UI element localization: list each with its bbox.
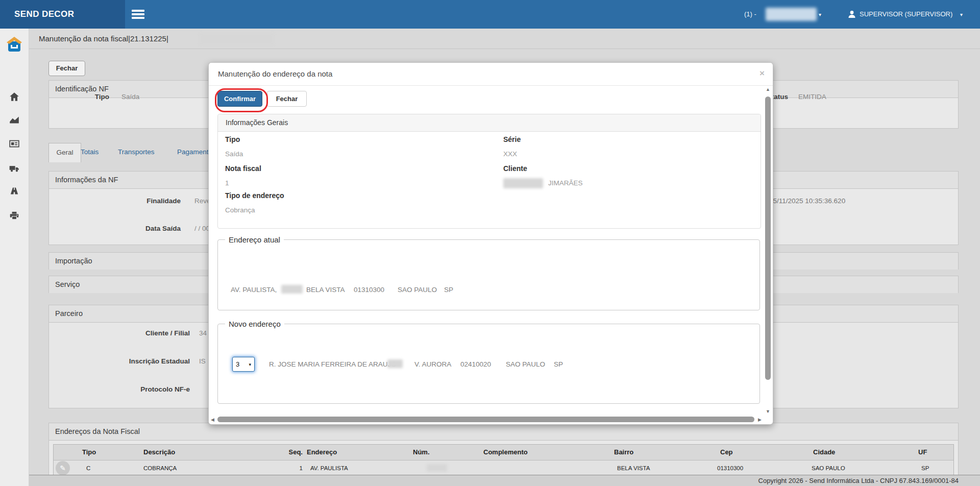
col-cidade: Cidade <box>813 448 835 456</box>
table-row[interactable]: ✎ C COBRANÇA 1 AV. PAULISTA BELA VISTA 0… <box>54 460 953 476</box>
tipo-label: Tipo <box>49 93 109 101</box>
redacted-numero-atual <box>281 285 303 294</box>
modal-horizontal-scrollbar[interactable]: ◀ ▶ <box>211 416 762 423</box>
fieldset-endereco-atual: Endereço atual AV. PAULISTA, BELA VISTA … <box>217 235 760 310</box>
cell-cidade: SAO PAULO <box>812 465 845 471</box>
modal-title: Manutenção do endereço da nota <box>218 69 332 78</box>
atual-cep: 01310300 <box>354 286 384 294</box>
page-titlebar: Manutenção da nota fiscal|21.131225| <box>29 29 980 49</box>
tipo-value: Saída <box>121 93 139 101</box>
redacted-numero <box>427 464 447 472</box>
section-informacoes-title: Informações Gerais <box>218 114 761 132</box>
brand-logo[interactable]: SEND DECOR <box>0 0 125 29</box>
scroll-up-icon[interactable]: ▲ <box>766 87 770 92</box>
col-tipo: Tipo <box>82 448 96 456</box>
modal-serie-label: Série <box>503 135 521 143</box>
cell-bairro: BELA VISTA <box>617 465 650 471</box>
atual-bairro: BELA VISTA <box>306 286 345 294</box>
col-cep: Cep <box>720 448 733 456</box>
chevron-down-icon[interactable]: ▾ <box>960 12 963 17</box>
modal-tipo-endereco-label: Tipo de endereço <box>225 191 284 200</box>
scroll-down-icon[interactable]: ▼ <box>766 409 770 414</box>
col-uf: UF <box>918 448 927 456</box>
cell-endereco: AV. PAULISTA <box>310 465 348 471</box>
cliente-filial-value: 34 <box>199 329 207 337</box>
user-icon <box>847 10 856 19</box>
scroll-left-icon[interactable]: ◀ <box>211 418 214 422</box>
protocolo-nfe-label: Protocolo NF-e <box>49 385 190 393</box>
redacted-title-suffix <box>200 33 274 45</box>
truck-icon[interactable] <box>9 162 20 174</box>
cliente-filial-label: Cliente / Filial <box>49 329 190 337</box>
app-logo-icon[interactable] <box>4 35 24 55</box>
chevron-down-icon[interactable]: ▾ <box>819 12 821 17</box>
tab-totais[interactable]: Totais <box>81 148 99 156</box>
data-saida-label: Data Saída <box>49 225 181 232</box>
copyright-text: Copyright 2026 - Send Informática Ltda -… <box>758 477 959 484</box>
cell-seq: 1 <box>284 465 303 471</box>
endereco-atual-legend: Endereço atual <box>225 235 284 244</box>
edit-row-icon[interactable]: ✎ <box>56 461 70 475</box>
col-bairro: Bairro <box>614 448 633 456</box>
modal-fechar-button[interactable]: Fechar <box>267 91 307 107</box>
redacted-branch-name <box>766 8 817 21</box>
branch-selector[interactable]: (1) - <box>744 0 756 29</box>
status-value: EMITIDA <box>798 93 826 101</box>
fechar-page-button[interactable]: Fechar <box>48 61 85 76</box>
modal-endereco-nota: Manutenção do endereço da nota × Confirm… <box>208 62 773 425</box>
novo-logradouro: R. JOSE MARIA FERREIRA DE ARAUJO <box>269 360 397 368</box>
novo-endereco-legend: Novo endereço <box>225 320 284 328</box>
confirmar-button[interactable]: Confirmar <box>217 91 262 107</box>
col-endereco: Endereço <box>307 448 337 456</box>
scroll-right-icon[interactable]: ▶ <box>758 418 762 422</box>
inscricao-estadual-label: Inscrição Estadual <box>49 357 190 365</box>
chevron-down-icon: ▾ <box>249 362 251 367</box>
col-complemento: Complemento <box>483 448 528 456</box>
top-navbar: SEND DECOR (1) - ▾ SUPERVISOR (SUPERVISO… <box>0 0 980 29</box>
modal-header: Manutenção do endereço da nota × <box>209 63 773 86</box>
novo-cidade: SAO PAULO <box>506 360 545 368</box>
user-menu[interactable]: SUPERVISOR (SUPERVISOR) <box>860 0 952 29</box>
col-num: Núm. <box>413 448 430 456</box>
newspaper-icon[interactable] <box>9 138 20 149</box>
horizontal-scroll-thumb[interactable] <box>217 417 754 422</box>
area-chart-icon[interactable] <box>9 114 20 126</box>
modal-tipo-label: Tipo <box>225 135 240 143</box>
printer-icon[interactable] <box>9 210 20 221</box>
vertical-scroll-thumb[interactable] <box>765 96 771 380</box>
atual-cidade: SAO PAULO <box>398 286 437 294</box>
branch-prefix: (1) - <box>744 10 756 18</box>
cell-tipo: C <box>86 465 90 471</box>
modal-cliente-label: Cliente <box>503 164 527 173</box>
modal-nota-label: Nota fiscal <box>225 164 261 173</box>
panel-enderecos-title: Endereços da Nota Fiscal <box>49 423 958 441</box>
modal-tipo-endereco-value: Cobrança <box>225 206 255 214</box>
close-icon[interactable]: × <box>760 68 765 79</box>
page-title: Manutenção da nota fiscal|21.131225| <box>39 34 168 43</box>
inscricao-estadual-value: IS <box>199 357 206 365</box>
modal-serie-value: XXX <box>503 150 517 158</box>
table-header-row: Tipo Descrição Seq. Endereço Núm. Comple… <box>54 445 953 460</box>
road-icon[interactable] <box>9 185 20 197</box>
atual-logradouro: AV. PAULISTA, <box>231 286 277 294</box>
app-window: SEND DECOR (1) - ▾ SUPERVISOR (SUPERVISO… <box>0 0 980 486</box>
section-informacoes-gerais: Informações Gerais <box>217 114 761 229</box>
tab-geral[interactable]: Geral <box>48 143 81 162</box>
home-icon[interactable] <box>9 91 20 103</box>
novo-cep: 02410020 <box>460 360 491 368</box>
cell-descricao: COBRANÇA <box>143 465 177 471</box>
col-seq: Seq. <box>284 448 303 456</box>
redacted-cliente-name <box>503 178 543 188</box>
tab-transportes[interactable]: Transportes <box>118 148 155 156</box>
data-emissao-value: 05/11/2025 10:35:36.620 <box>769 197 845 205</box>
cell-cep: 01310300 <box>717 465 743 471</box>
finalidade-label: Finalidade <box>49 197 181 205</box>
seq-select[interactable]: 3 ▾ <box>232 357 255 372</box>
modal-cliente-value: JIMARÃES <box>548 179 583 187</box>
modal-nota-value: 1 <box>225 179 229 187</box>
cell-uf: SP <box>921 465 929 471</box>
modal-vertical-scrollbar[interactable]: ▲ ▼ <box>764 86 772 415</box>
col-descricao: Descrição <box>143 448 175 456</box>
footer-bar: Copyright 2026 - Send Informática Ltda -… <box>0 475 980 486</box>
sidebar <box>0 29 29 486</box>
